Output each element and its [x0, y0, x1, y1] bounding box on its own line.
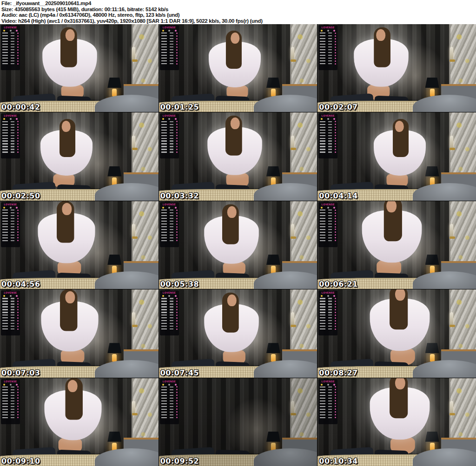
- tip-menu-row: [161, 240, 178, 242]
- timestamp-overlay: 00:01:25: [160, 103, 199, 112]
- tip-menu-row: [161, 33, 178, 34]
- thumbnail-grid: LOVENSE 00:00:42: [0, 24, 476, 466]
- tip-menu-row: [161, 223, 178, 225]
- wall-sconce-arm: [291, 148, 296, 150]
- coin-icon: [162, 118, 164, 120]
- tip-menu-row: [161, 312, 178, 313]
- video-frame-scene: [0, 24, 159, 112]
- tip-menu-row: [2, 35, 19, 37]
- tip-menu-row: [161, 135, 178, 136]
- tip-menu-row: [2, 143, 19, 144]
- figure-head: [67, 380, 77, 392]
- figure-head: [231, 33, 239, 44]
- tip-menu-row: [320, 306, 336, 308]
- tip-menu-row: [161, 63, 178, 65]
- person-figure: [36, 118, 97, 187]
- tip-menu-row: [2, 398, 19, 399]
- video-thumbnail-10: LOVENSE 00:07:03: [0, 289, 159, 377]
- tip-menu-row: [161, 138, 178, 139]
- person-figure: [33, 201, 100, 276]
- wall-sconce: [450, 47, 453, 60]
- video-thumbnail-7: LOVENSE 00:04:56: [0, 201, 159, 289]
- tip-menu-row: [320, 315, 336, 316]
- tip-menu-row: [161, 398, 178, 399]
- video-frame-scene: [159, 201, 317, 289]
- tip-menu-row: [320, 146, 336, 147]
- tip-menu-icon-row: [2, 206, 19, 210]
- video-thumbnail-8: LOVENSE 00:05:38: [159, 201, 317, 289]
- timestamp-overlay: 00:03:32: [160, 191, 199, 200]
- tip-menu-row: [320, 417, 336, 418]
- video-frame-scene: [317, 112, 476, 200]
- person-figure: [203, 114, 267, 188]
- figure-head: [376, 29, 385, 41]
- video-frame-scene: [317, 24, 476, 112]
- tip-menu-row: [320, 46, 336, 48]
- timestamp-overlay: 00:06:21: [319, 280, 358, 289]
- video-thumbnail-1: LOVENSE 00:00:42: [0, 24, 159, 112]
- tip-menu-row: [2, 312, 19, 313]
- tip-menu-row: [2, 33, 19, 34]
- tip-menu-rows: [320, 387, 336, 418]
- tip-menu-row: [161, 226, 178, 228]
- coin-icon: [162, 384, 164, 386]
- lovense-tip-menu-overlay: LOVENSE: [1, 379, 20, 424]
- tip-menu-row: [2, 38, 19, 39]
- tip-menu-row: [320, 60, 336, 62]
- timestamp-overlay: 00:08:27: [319, 368, 358, 377]
- video-frame-scene: [0, 289, 159, 377]
- coin-icon: [321, 118, 323, 120]
- lamp-shade: [266, 432, 280, 442]
- tip-menu-row: [320, 309, 336, 310]
- lovense-tip-menu-overlay: LOVENSE: [160, 25, 179, 70]
- video-frame-scene: [159, 378, 317, 466]
- lovense-tip-menu-overlay: LOVENSE: [1, 113, 20, 158]
- tip-menu-row: [161, 229, 178, 230]
- lamp-glow: [222, 393, 292, 453]
- video-frame-scene: [317, 289, 476, 377]
- wall-sconce-arm: [291, 236, 296, 239]
- gear-icon: [327, 118, 329, 120]
- tip-menu-row: [2, 315, 19, 316]
- tip-menu-row: [161, 328, 178, 330]
- tip-menu-row: [2, 323, 19, 324]
- wall-sconce-arm: [291, 325, 296, 327]
- tip-menu-row: [161, 60, 178, 62]
- wall-sconce: [291, 136, 294, 149]
- coin-icon: [3, 118, 5, 120]
- timestamp-overlay: 00:07:03: [1, 368, 40, 377]
- tip-menu-row: [2, 229, 19, 230]
- tip-menu-row: [161, 315, 178, 316]
- tip-menu-row: [2, 124, 19, 125]
- tip-menu-row: [320, 395, 336, 396]
- gear-icon: [10, 295, 12, 297]
- tip-menu-row: [161, 35, 178, 37]
- tip-menu-row: [2, 44, 19, 45]
- tip-menu-rows: [320, 33, 336, 64]
- flower-icon: [16, 384, 18, 386]
- tip-menu-row: [161, 146, 178, 147]
- tip-menu-row: [2, 326, 19, 327]
- wall-sconce-arm: [450, 236, 455, 239]
- tip-menu-icon-row: [320, 295, 336, 298]
- tip-menu-row: [2, 129, 19, 131]
- tip-menu-row: [161, 414, 178, 415]
- timestamp-overlay: 00:07:45: [160, 368, 199, 377]
- timestamp-overlay: 00:09:52: [160, 457, 199, 466]
- flower-icon: [333, 384, 335, 386]
- coin-icon: [162, 207, 164, 209]
- tip-menu-icon-row: [2, 295, 19, 298]
- coin-icon: [162, 30, 164, 32]
- tip-menu-row: [320, 392, 336, 394]
- tip-menu-row: [320, 408, 336, 410]
- tip-menu-row: [2, 146, 19, 147]
- tip-menu-row: [320, 52, 336, 53]
- tip-menu-row: [161, 392, 178, 394]
- lovense-tip-menu-overlay: LOVENSE: [318, 290, 337, 335]
- metadata-header: File: _ifyouwant__202509010641.mp4 Size:…: [0, 0, 476, 24]
- flower-icon: [175, 118, 177, 120]
- timestamp-overlay: 00:02:50: [1, 191, 40, 200]
- tip-menu-row: [161, 323, 178, 324]
- tip-menu-row: [320, 135, 336, 136]
- figure-head: [62, 203, 72, 215]
